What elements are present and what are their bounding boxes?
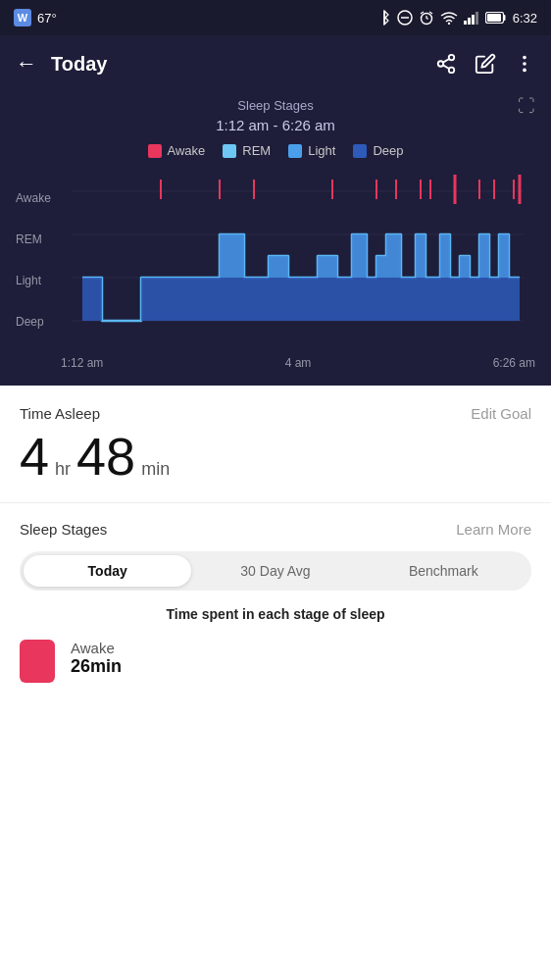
legend-deep-label: Deep bbox=[373, 143, 403, 158]
awake-dot bbox=[148, 144, 162, 158]
svg-marker-41 bbox=[82, 234, 520, 278]
legend-awake: Awake bbox=[148, 143, 206, 158]
minutes-value: 48 bbox=[76, 430, 135, 483]
tabs-row: Today 30 Day Avg Benchmark bbox=[20, 551, 531, 591]
more-icon[interactable] bbox=[514, 53, 535, 75]
sleep-stages-section: Sleep Stages Learn More Today 30 Day Avg… bbox=[20, 503, 531, 683]
learn-more-button[interactable]: Learn More bbox=[456, 521, 531, 538]
svg-line-18 bbox=[443, 65, 449, 69]
y-label-rem: REM bbox=[16, 232, 61, 246]
svg-point-22 bbox=[523, 69, 526, 73]
expand-icon[interactable]: ⛶ bbox=[518, 96, 535, 117]
awake-color-box bbox=[20, 640, 55, 683]
svg-rect-12 bbox=[476, 12, 478, 25]
time-display: 4 hr 48 min bbox=[20, 430, 531, 483]
edit-goal-button[interactable]: Edit Goal bbox=[471, 405, 531, 422]
legend: Awake REM Light Deep bbox=[0, 143, 551, 158]
wifi-icon bbox=[440, 11, 458, 25]
deep-dot bbox=[353, 144, 367, 158]
app-icon: W bbox=[14, 9, 31, 26]
rem-dot bbox=[223, 144, 236, 158]
nav-icons bbox=[435, 53, 535, 75]
svg-line-7 bbox=[429, 12, 432, 14]
tab-today[interactable]: Today bbox=[24, 555, 191, 587]
svg-marker-40 bbox=[82, 234, 520, 321]
chart-header: Sleep Stages ⛶ bbox=[0, 92, 551, 117]
svg-point-8 bbox=[447, 23, 449, 25]
minus-circle-icon bbox=[397, 10, 413, 26]
svg-point-20 bbox=[523, 56, 526, 60]
chart-header-label: Sleep Stages bbox=[237, 98, 313, 113]
back-button[interactable]: ← bbox=[16, 51, 37, 77]
status-left: W 67° bbox=[14, 9, 57, 26]
svg-rect-10 bbox=[468, 18, 471, 25]
x-labels: 1:12 am 4 am 6:26 am bbox=[16, 350, 535, 370]
sleep-chart-container: Awake REM Light Deep bbox=[16, 170, 535, 370]
awake-stage-name: Awake bbox=[71, 640, 122, 656]
legend-deep: Deep bbox=[353, 143, 403, 158]
y-label-light: Light bbox=[16, 274, 61, 287]
x-label-end: 6:26 am bbox=[493, 356, 535, 370]
content-section: Time Asleep Edit Goal 4 hr 48 min Sleep … bbox=[0, 386, 551, 683]
chart-svg-wrap bbox=[61, 170, 535, 350]
min-unit: min bbox=[141, 459, 170, 480]
svg-line-19 bbox=[443, 59, 449, 63]
svg-line-6 bbox=[421, 12, 424, 14]
sleep-stages-label: Sleep Stages bbox=[20, 521, 107, 538]
svg-point-21 bbox=[523, 62, 526, 66]
battery-icon bbox=[485, 12, 507, 24]
y-label-deep: Deep bbox=[16, 315, 61, 329]
top-nav: ← Today bbox=[0, 35, 551, 92]
x-label-mid: 4 am bbox=[285, 356, 312, 370]
legend-rem-label: REM bbox=[242, 143, 271, 158]
awake-stage-value: 26min bbox=[71, 656, 122, 677]
hr-unit: hr bbox=[55, 459, 71, 480]
tab-30day[interactable]: 30 Day Avg bbox=[191, 555, 359, 587]
light-dot bbox=[288, 144, 302, 158]
tab-benchmark[interactable]: Benchmark bbox=[360, 555, 527, 587]
chart-subtitle: Time spent in each stage of sleep bbox=[20, 606, 531, 622]
svg-rect-9 bbox=[464, 21, 467, 25]
y-label-awake: Awake bbox=[16, 191, 61, 205]
temperature: 67° bbox=[37, 11, 57, 26]
x-label-start: 1:12 am bbox=[61, 356, 103, 370]
legend-rem: REM bbox=[223, 143, 271, 158]
clock: 6:32 bbox=[513, 11, 537, 26]
page-title: Today bbox=[51, 53, 435, 76]
share-icon[interactable] bbox=[435, 53, 457, 75]
status-bar: W 67° bbox=[0, 0, 551, 35]
sleep-chart-svg bbox=[61, 170, 535, 346]
svg-rect-11 bbox=[472, 15, 475, 25]
chart-time-range: 1:12 am - 6:26 am bbox=[0, 117, 551, 133]
legend-light: Light bbox=[288, 143, 335, 158]
status-right: 6:32 bbox=[377, 10, 537, 26]
signal-icon bbox=[464, 11, 479, 25]
hours-value: 4 bbox=[20, 430, 49, 483]
legend-light-label: Light bbox=[308, 143, 335, 158]
awake-info: Awake 26min bbox=[71, 640, 122, 677]
stage-row-awake: Awake 26min bbox=[20, 640, 531, 683]
time-asleep-label: Time Asleep bbox=[20, 405, 100, 422]
svg-rect-14 bbox=[487, 14, 501, 22]
edit-icon[interactable] bbox=[475, 53, 496, 75]
time-asleep-header: Time Asleep Edit Goal bbox=[20, 405, 531, 422]
chart-section: Sleep Stages ⛶ 1:12 am - 6:26 am Awake R… bbox=[0, 92, 551, 386]
legend-awake-label: Awake bbox=[168, 143, 206, 158]
alarm-icon bbox=[419, 10, 434, 26]
bluetooth-icon bbox=[377, 10, 391, 26]
sleep-stages-header: Sleep Stages Learn More bbox=[20, 521, 531, 538]
